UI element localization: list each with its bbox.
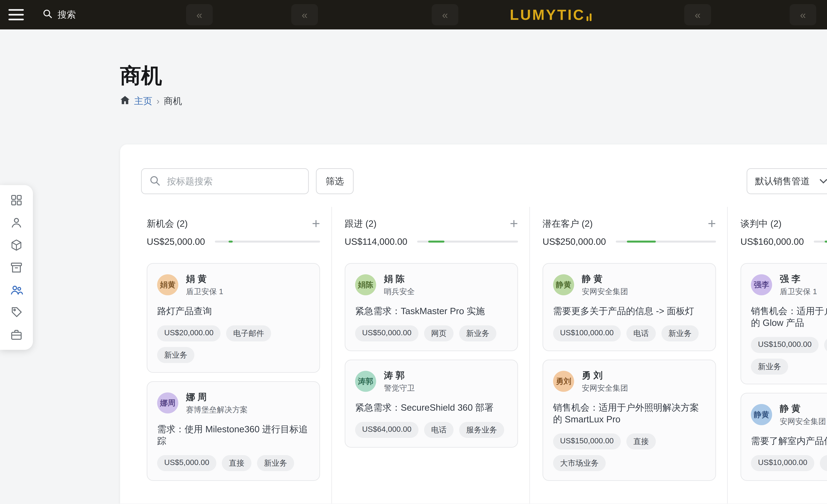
column-summary: US$160,000.00 [740,236,827,247]
column-cards: 娟黄娟 黄盾卫安保 1路灯产品查询US$20,000.00电子邮件新业务娜周娜 … [147,263,320,481]
contact-avatar: 静黄 [553,274,574,295]
card-chip: US$20,000.00 [157,325,221,341]
page-title: 商机 [120,62,827,90]
column-header: 跟进 (2)+ [345,217,518,231]
kanban-card[interactable]: 静黄静 黄安网安全集团需要了解室内产品信息US$10,000.00直接现有业务 [740,393,827,481]
column-cards: 娟陈娟 陈哨兵安全紧急需求：TaskMaster Pro 实施US$50,000… [345,263,518,448]
column-add-button[interactable]: + [312,217,320,231]
home-icon[interactable] [120,96,130,107]
column-progress-fill [428,240,444,243]
card-chip: 大市场业务 [553,455,606,471]
opportunity-title: 销售机会：适用于户外照明解决方案的 SmartLux Pro [553,402,706,425]
kanban-card[interactable]: 静黄静 黄安网安全集团需要更多关于产品的信息 -> 面板灯US$100,000.… [542,263,716,351]
card-header: 勇刘勇 刘安网安全集团 [553,369,706,393]
pipeline-select[interactable]: 默认销售管道 [746,168,827,194]
nav-ghost-tab[interactable]: « [684,4,711,25]
opportunity-title: 需求：使用 Milestone360 进行目标追踪 [157,424,310,447]
column-amount: US$160,000.00 [740,236,804,247]
opportunity-title: 路灯产品查询 [157,305,310,317]
opportunity-title: 销售机会：适用于户外照明解决方案的 Glow 产品 [751,305,827,329]
archive-icon[interactable] [10,261,23,274]
tags-icon[interactable] [10,306,23,319]
nav-ghost-tab[interactable]: « [432,4,458,25]
contact-name: 静 黄 [582,273,628,285]
card-tags: US$150,000.00直接大市场业务 [553,434,706,471]
kanban-column: 潜在客户 (2)+US$250,000.00静黄静 黄安网安全集团需要更多关于产… [530,207,728,504]
nav-ghost-tab[interactable]: « [186,4,213,25]
contact-name: 娟 黄 [186,273,223,285]
kanban-card[interactable]: 勇刘勇 刘安网安全集团销售机会：适用于户外照明解决方案的 SmartLux Pr… [542,359,716,481]
opportunities-icon[interactable] [9,283,23,297]
filter-button[interactable]: 筛选 [316,168,354,194]
column-progress-track [616,240,716,243]
column-cards: 强李强 李盾卫安保 1销售机会：适用于户外照明解决方案的 Glow 产品US$1… [740,263,827,481]
chevron-down-icon [820,179,827,184]
menu-button[interactable] [8,9,24,20]
search-label: 搜索 [57,9,76,21]
card-header: 娟陈娟 陈哨兵安全 [355,273,507,297]
card-chip: 电话 [626,325,656,341]
card-tags: US$50,000.00网页新业务 [355,325,507,341]
accounts-icon[interactable] [10,328,23,342]
company-name: 警觉守卫 [384,383,415,393]
column-add-button[interactable]: + [708,217,716,231]
title-search-input[interactable] [141,168,309,194]
column-add-button[interactable]: + [510,217,518,231]
card-chip: 新业务 [751,358,788,375]
logo-text: LUMYTIC [510,6,585,23]
products-icon[interactable] [10,238,23,252]
global-search[interactable]: 搜索 [42,8,76,21]
card-header: 涛郭涛 郭警觉守卫 [355,369,507,393]
column-amount: US$25,000.00 [147,236,205,247]
card-chip: 新业务 [459,325,496,341]
contact-name: 娜 周 [186,391,248,403]
kanban-card[interactable]: 涛郭涛 郭警觉守卫紧急需求：SecureShield 360 部署US$64,0… [345,359,518,448]
contact-avatar: 娜周 [157,392,178,413]
card-chip: 直接 [820,455,827,471]
card-chip: 网页 [424,325,453,341]
column-header: 新机会 (2)+ [147,217,320,231]
card-chip: 新业务 [257,455,294,471]
company-name: 赛博堡垒解决方案 [186,404,248,415]
card-header: 娟黄娟 黄盾卫安保 1 [157,273,310,297]
kanban-columns: 新机会 (2)+US$25,000.00娟黄娟 黄盾卫安保 1路灯产品查询US$… [134,207,827,504]
card-tags: US$20,000.00电子邮件新业务 [157,325,310,363]
column-header: 谈判中 (2)+ [740,217,827,231]
card-chip: 网页表单 [824,337,827,353]
breadcrumb-home-link[interactable]: 主页 [134,95,152,107]
card-header: 静黄静 黄安网安全集团 [751,402,827,427]
column-amount: US$114,000.00 [345,236,407,247]
breadcrumb-current: 商机 [164,95,182,107]
card-chip: 电子邮件 [226,325,271,341]
search-icon [42,8,53,21]
contact-name: 娟 陈 [384,273,415,285]
kanban-card[interactable]: 强李强 李盾卫安保 1销售机会：适用于户外照明解决方案的 Glow 产品US$1… [740,263,827,385]
card-tags: US$5,000.00直接新业务 [157,455,310,471]
contact-avatar: 娟黄 [157,274,178,295]
card-chip: 电话 [424,422,453,438]
column-progress-fill [627,240,656,243]
contact-name: 涛 郭 [384,369,415,382]
kanban-card[interactable]: 娜周娜 周赛博堡垒解决方案需求：使用 Milestone360 进行目标追踪US… [147,381,320,481]
app-logo[interactable]: LUMYTIC [510,6,591,23]
card-person: 娟 黄盾卫安保 1 [186,273,223,297]
card-chip: 新业务 [662,325,699,341]
company-name: 盾卫安保 1 [186,286,223,297]
top-navbar: 搜索 « « « « « « LUMYTIC [0,0,827,30]
card-tags: US$10,000.00直接现有业务 [751,455,827,471]
contact-avatar: 娟陈 [355,274,376,295]
column-progress-fill [229,240,233,243]
card-tags: US$150,000.00网页表单新业务 [751,337,827,375]
nav-ghost-tab[interactable]: « [790,4,816,25]
card-chip: US$100,000.00 [553,325,621,341]
nav-ghost-tab[interactable]: « [291,4,318,25]
column-summary: US$25,000.00 [147,236,320,247]
kanban-card[interactable]: 娟陈娟 陈哨兵安全紧急需求：TaskMaster Pro 实施US$50,000… [345,263,518,351]
column-cards: 静黄静 黄安网安全集团需要更多关于产品的信息 -> 面板灯US$100,000.… [542,263,716,481]
card-chip: US$150,000.00 [751,337,819,353]
contacts-icon[interactable] [10,216,23,229]
dashboard-icon[interactable] [10,193,23,207]
opportunity-title: 需要了解室内产品信息 [751,435,827,447]
kanban-column: 跟进 (2)+US$114,000.00娟陈娟 陈哨兵安全紧急需求：TaskMa… [332,207,530,504]
kanban-card[interactable]: 娟黄娟 黄盾卫安保 1路灯产品查询US$20,000.00电子邮件新业务 [147,263,320,373]
